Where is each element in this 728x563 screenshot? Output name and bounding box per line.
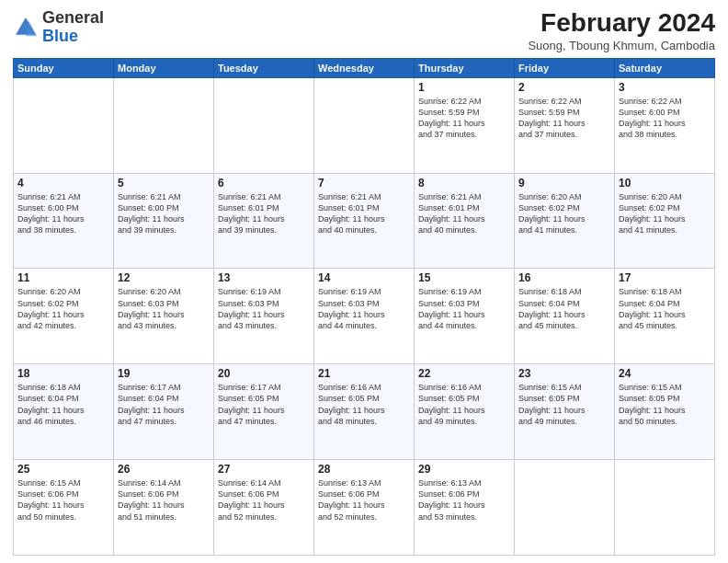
- day-number: 29: [418, 463, 510, 476]
- col-wednesday: Wednesday: [314, 58, 415, 77]
- day-number: 8: [418, 177, 510, 190]
- day-info: Sunrise: 6:15 AM Sunset: 6:06 PM Dayligh…: [17, 477, 109, 523]
- logo-text: General Blue: [42, 9, 104, 46]
- day-info: Sunrise: 6:21 AM Sunset: 6:01 PM Dayligh…: [418, 191, 510, 236]
- table-row: [114, 77, 214, 173]
- day-info: Sunrise: 6:18 AM Sunset: 6:04 PM Dayligh…: [518, 286, 610, 331]
- day-info: Sunrise: 6:20 AM Sunset: 6:02 PM Dayligh…: [619, 191, 711, 236]
- table-row: [214, 77, 314, 173]
- day-info: Sunrise: 6:21 AM Sunset: 6:01 PM Dayligh…: [218, 191, 310, 236]
- table-row: 5Sunrise: 6:21 AM Sunset: 6:00 PM Daylig…: [114, 173, 214, 269]
- table-row: 2Sunrise: 6:22 AM Sunset: 5:59 PM Daylig…: [515, 77, 615, 173]
- day-info: Sunrise: 6:22 AM Sunset: 5:59 PM Dayligh…: [518, 96, 610, 141]
- col-saturday: Saturday: [615, 58, 715, 77]
- col-friday: Friday: [515, 58, 615, 77]
- day-number: 17: [619, 271, 711, 284]
- day-number: 15: [418, 271, 510, 284]
- day-number: 1: [418, 81, 510, 94]
- table-row: 29Sunrise: 6:13 AM Sunset: 6:06 PM Dayli…: [415, 460, 515, 556]
- table-row: 22Sunrise: 6:16 AM Sunset: 6:05 PM Dayli…: [415, 364, 515, 460]
- table-row: 17Sunrise: 6:18 AM Sunset: 6:04 PM Dayli…: [615, 269, 715, 364]
- day-number: 26: [118, 463, 210, 476]
- logo-icon: [13, 15, 39, 40]
- day-info: Sunrise: 6:17 AM Sunset: 6:04 PM Dayligh…: [118, 382, 210, 427]
- col-sunday: Sunday: [14, 58, 114, 77]
- table-row: 10Sunrise: 6:20 AM Sunset: 6:02 PM Dayli…: [615, 173, 715, 269]
- day-info: Sunrise: 6:22 AM Sunset: 6:00 PM Dayligh…: [619, 96, 711, 141]
- day-info: Sunrise: 6:21 AM Sunset: 6:00 PM Dayligh…: [17, 191, 109, 236]
- calendar-week-row: 18Sunrise: 6:18 AM Sunset: 6:04 PM Dayli…: [14, 364, 715, 460]
- table-row: 8Sunrise: 6:21 AM Sunset: 6:01 PM Daylig…: [415, 173, 515, 269]
- month-year: February 2024: [528, 9, 715, 38]
- day-info: Sunrise: 6:18 AM Sunset: 6:04 PM Dayligh…: [17, 382, 109, 427]
- calendar-header-row: Sunday Monday Tuesday Wednesday Thursday…: [14, 58, 715, 77]
- table-row: 20Sunrise: 6:17 AM Sunset: 6:05 PM Dayli…: [214, 364, 314, 460]
- day-info: Sunrise: 6:15 AM Sunset: 6:05 PM Dayligh…: [619, 382, 711, 427]
- day-info: Sunrise: 6:14 AM Sunset: 6:06 PM Dayligh…: [218, 477, 310, 523]
- col-thursday: Thursday: [415, 58, 515, 77]
- day-number: 5: [118, 177, 210, 190]
- day-number: 20: [218, 367, 310, 380]
- logo-blue: Blue: [42, 27, 78, 45]
- calendar-week-row: 4Sunrise: 6:21 AM Sunset: 6:00 PM Daylig…: [14, 173, 715, 269]
- day-info: Sunrise: 6:18 AM Sunset: 6:04 PM Dayligh…: [619, 286, 711, 331]
- table-row: 21Sunrise: 6:16 AM Sunset: 6:05 PM Dayli…: [314, 364, 415, 460]
- day-number: 24: [619, 367, 711, 380]
- calendar-week-row: 1Sunrise: 6:22 AM Sunset: 5:59 PM Daylig…: [14, 77, 715, 173]
- day-number: 6: [218, 177, 310, 190]
- table-row: [14, 77, 114, 173]
- table-row: 28Sunrise: 6:13 AM Sunset: 6:06 PM Dayli…: [314, 460, 415, 556]
- table-row: 18Sunrise: 6:18 AM Sunset: 6:04 PM Dayli…: [14, 364, 114, 460]
- table-row: 6Sunrise: 6:21 AM Sunset: 6:01 PM Daylig…: [214, 173, 314, 269]
- table-row: 15Sunrise: 6:19 AM Sunset: 6:03 PM Dayli…: [415, 269, 515, 364]
- day-info: Sunrise: 6:19 AM Sunset: 6:03 PM Dayligh…: [318, 286, 410, 331]
- table-row: 14Sunrise: 6:19 AM Sunset: 6:03 PM Dayli…: [314, 269, 415, 364]
- day-number: 19: [118, 367, 210, 380]
- day-info: Sunrise: 6:22 AM Sunset: 5:59 PM Dayligh…: [418, 96, 510, 141]
- table-row: [314, 77, 415, 173]
- day-number: 10: [619, 177, 711, 190]
- day-number: 28: [318, 463, 410, 476]
- day-info: Sunrise: 6:21 AM Sunset: 6:01 PM Dayligh…: [318, 191, 410, 236]
- page: General Blue February 2024 Suong, Tboung…: [0, 0, 728, 563]
- day-number: 4: [17, 177, 109, 190]
- day-number: 9: [518, 177, 610, 190]
- day-info: Sunrise: 6:17 AM Sunset: 6:05 PM Dayligh…: [218, 382, 310, 427]
- table-row: 12Sunrise: 6:20 AM Sunset: 6:03 PM Dayli…: [114, 269, 214, 364]
- table-row: 3Sunrise: 6:22 AM Sunset: 6:00 PM Daylig…: [615, 77, 715, 173]
- header: General Blue February 2024 Suong, Tboung…: [13, 9, 715, 52]
- day-number: 14: [318, 271, 410, 284]
- table-row: 24Sunrise: 6:15 AM Sunset: 6:05 PM Dayli…: [615, 364, 715, 460]
- day-info: Sunrise: 6:21 AM Sunset: 6:00 PM Dayligh…: [118, 191, 210, 236]
- day-info: Sunrise: 6:20 AM Sunset: 6:03 PM Dayligh…: [118, 286, 210, 331]
- table-row: 27Sunrise: 6:14 AM Sunset: 6:06 PM Dayli…: [214, 460, 314, 556]
- col-tuesday: Tuesday: [214, 58, 314, 77]
- day-info: Sunrise: 6:13 AM Sunset: 6:06 PM Dayligh…: [418, 477, 510, 523]
- day-number: 27: [218, 463, 310, 476]
- table-row: 13Sunrise: 6:19 AM Sunset: 6:03 PM Dayli…: [214, 269, 314, 364]
- table-row: 4Sunrise: 6:21 AM Sunset: 6:00 PM Daylig…: [14, 173, 114, 269]
- table-row: 9Sunrise: 6:20 AM Sunset: 6:02 PM Daylig…: [515, 173, 615, 269]
- table-row: 25Sunrise: 6:15 AM Sunset: 6:06 PM Dayli…: [14, 460, 114, 556]
- day-info: Sunrise: 6:20 AM Sunset: 6:02 PM Dayligh…: [518, 191, 610, 236]
- day-info: Sunrise: 6:15 AM Sunset: 6:05 PM Dayligh…: [518, 382, 610, 427]
- table-row: 26Sunrise: 6:14 AM Sunset: 6:06 PM Dayli…: [114, 460, 214, 556]
- day-info: Sunrise: 6:13 AM Sunset: 6:06 PM Dayligh…: [318, 477, 410, 523]
- day-number: 13: [218, 271, 310, 284]
- table-row: 23Sunrise: 6:15 AM Sunset: 6:05 PM Dayli…: [515, 364, 615, 460]
- day-number: 16: [518, 271, 610, 284]
- day-number: 23: [518, 367, 610, 380]
- logo-general: General: [42, 8, 104, 27]
- day-number: 25: [17, 463, 109, 476]
- day-number: 11: [17, 271, 109, 284]
- logo: General Blue: [13, 9, 104, 46]
- day-info: Sunrise: 6:16 AM Sunset: 6:05 PM Dayligh…: [418, 382, 510, 427]
- table-row: 1Sunrise: 6:22 AM Sunset: 5:59 PM Daylig…: [415, 77, 515, 173]
- day-number: 22: [418, 367, 510, 380]
- table-row: 7Sunrise: 6:21 AM Sunset: 6:01 PM Daylig…: [314, 173, 415, 269]
- day-number: 12: [118, 271, 210, 284]
- day-number: 2: [518, 81, 610, 94]
- calendar-table: Sunday Monday Tuesday Wednesday Thursday…: [13, 58, 715, 556]
- day-info: Sunrise: 6:19 AM Sunset: 6:03 PM Dayligh…: [218, 286, 310, 331]
- day-info: Sunrise: 6:20 AM Sunset: 6:02 PM Dayligh…: [17, 286, 109, 331]
